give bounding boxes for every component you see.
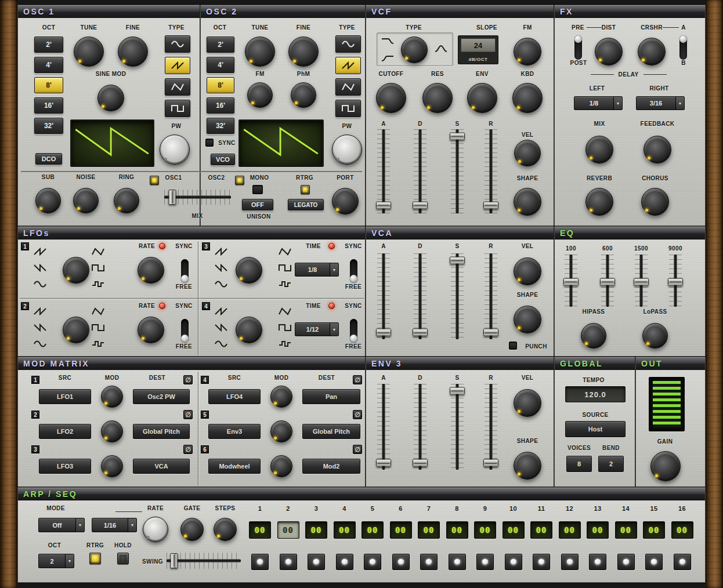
osc2-oct-2-button[interactable]: 2'	[207, 37, 234, 53]
arp-step-button[interactable]	[617, 554, 635, 570]
arp-step-display[interactable]: 00	[671, 521, 693, 539]
slider-handle[interactable]	[168, 190, 176, 205]
arp-step-button[interactable]	[589, 554, 606, 570]
slider-handle[interactable]	[170, 553, 178, 568]
mod-slot-5-bypass-button[interactable]: ∅	[353, 410, 362, 419]
arp-step-button[interactable]	[280, 554, 297, 570]
eq-band-9000-slider[interactable]	[669, 255, 682, 307]
lfo3-sync-free-toggle[interactable]	[350, 259, 357, 282]
vca-sustain-slider[interactable]	[451, 253, 464, 339]
arp-step-button[interactable]	[336, 554, 353, 570]
arp-step-button[interactable]	[505, 554, 522, 570]
lfo2-sync-free-toggle[interactable]	[181, 319, 189, 342]
osc2-pw-knob[interactable]	[332, 135, 362, 165]
arp-step-display[interactable]: 00	[305, 521, 327, 539]
mod-slot-2-source-button[interactable]: LFO2	[39, 424, 91, 439]
osc2-phm-knob[interactable]	[291, 82, 316, 108]
slider-handle[interactable]	[450, 132, 465, 140]
slider-handle[interactable]	[413, 201, 428, 209]
mod-slot-6-bypass-button[interactable]: ∅	[353, 445, 362, 454]
arp-step-button[interactable]	[392, 554, 410, 570]
lfo4-sync-free-toggle[interactable]	[350, 319, 357, 342]
mod-slot-2-bypass-button[interactable]: ∅	[183, 410, 193, 419]
osc2-type-square-button[interactable]	[335, 100, 361, 117]
bend-button[interactable]: 2	[598, 456, 624, 472]
dist-knob[interactable]	[595, 38, 623, 66]
osc2-fm-knob[interactable]	[247, 82, 273, 108]
mod-slot-5-dest-button[interactable]: Global Pitch	[302, 424, 360, 439]
arp-step-display[interactable]: 00	[334, 521, 356, 539]
lopass-knob[interactable]	[642, 323, 668, 349]
filter-type-knob[interactable]	[401, 37, 428, 63]
osc2-oct-16-button[interactable]: 16'	[207, 97, 234, 114]
slider-handle[interactable]	[376, 329, 391, 336]
arp-oct-select[interactable]: 2▼	[38, 554, 74, 568]
swing-slider[interactable]	[167, 553, 241, 569]
mod-slot-1-bypass-button[interactable]: ∅	[183, 375, 193, 384]
lfo1-shape-knob[interactable]	[63, 257, 89, 284]
arp-rate-knob[interactable]	[143, 517, 168, 542]
vca-shape-knob[interactable]	[514, 306, 541, 333]
mod-slot-6-amount-knob[interactable]	[270, 455, 292, 477]
arp-step-button[interactable]	[476, 554, 494, 570]
mod-slot-1-source-button[interactable]: LFO1	[39, 389, 91, 404]
lfo1-sync-free-toggle[interactable]	[181, 259, 189, 282]
osc2-sync-checkbox[interactable]	[205, 139, 214, 147]
osc1-fine-knob[interactable]	[118, 37, 148, 67]
delay-mix-knob[interactable]	[585, 136, 613, 164]
arp-gate-knob[interactable]	[180, 518, 204, 541]
env3-vel-knob[interactable]	[514, 389, 541, 417]
lfo4-shape-knob[interactable]	[236, 317, 262, 343]
unison-off-button[interactable]: OFF	[242, 199, 273, 210]
slider-handle[interactable]	[668, 278, 683, 285]
osc1-dco-button[interactable]: DCO	[35, 153, 62, 165]
chevron-down-icon[interactable]: ▼	[128, 518, 136, 532]
osc2-vco-button[interactable]: VCO	[211, 154, 235, 165]
sub-knob[interactable]	[35, 188, 61, 213]
vcf-release-slider[interactable]	[485, 129, 497, 213]
chevron-down-icon[interactable]: ▼	[613, 97, 622, 110]
chevron-down-icon[interactable]: ▼	[75, 518, 84, 532]
mod-slot-5-amount-knob[interactable]	[270, 420, 292, 442]
mod-slot-3-source-button[interactable]: LFO3	[39, 459, 91, 474]
pre-post-toggle[interactable]	[574, 35, 582, 60]
slope-selector[interactable]: 24 dB/OCT	[458, 35, 498, 64]
osc1-oct-4-button[interactable]: 4'	[34, 57, 63, 73]
rtrg-led-button[interactable]	[301, 185, 310, 194]
mod-slot-4-source-button[interactable]: LFO4	[208, 389, 261, 404]
arp-step-button[interactable]	[449, 554, 466, 570]
arp-mode-select[interactable]: Off▼	[38, 518, 85, 532]
delay-right-select[interactable]: 3/16▼	[636, 96, 685, 110]
res-knob[interactable]	[422, 83, 453, 113]
env3-decay-slider[interactable]	[414, 384, 426, 470]
vca-release-slider[interactable]	[485, 253, 497, 339]
arp-step-display[interactable]: 00	[643, 521, 665, 539]
env3-release-slider[interactable]	[485, 384, 497, 470]
vcf-shape-knob[interactable]	[514, 188, 541, 216]
arp-rtrg-led-button[interactable]	[89, 553, 101, 564]
mod-slot-6-source-button[interactable]: Modwheel	[208, 459, 261, 474]
osc1-type-sine-button[interactable]	[165, 35, 190, 53]
slider-handle[interactable]	[450, 256, 465, 264]
eq-band-100-slider[interactable]	[565, 255, 577, 307]
lfo2-rate-knob[interactable]	[138, 317, 164, 343]
crshr-knob[interactable]	[638, 38, 666, 66]
arp-step-display[interactable]: 00	[474, 521, 496, 539]
osc2-oct-32-button[interactable]: 32'	[207, 118, 234, 134]
mod-slot-2-dest-button[interactable]: Global Pitch	[133, 424, 190, 439]
arp-step-button[interactable]	[674, 554, 691, 570]
vca-attack-slider[interactable]	[377, 253, 390, 339]
port-knob[interactable]	[332, 188, 359, 215]
osc1-pw-knob[interactable]	[160, 135, 190, 165]
slider-handle[interactable]	[634, 278, 649, 285]
slope-value[interactable]: 24	[461, 38, 496, 52]
mod-slot-4-amount-knob[interactable]	[270, 386, 292, 408]
mod-slot-6-dest-button[interactable]: Mod2	[302, 459, 360, 474]
legato-button[interactable]: LEGATO	[288, 199, 324, 210]
lfo3-shape-knob[interactable]	[236, 257, 262, 284]
slider-handle[interactable]	[450, 387, 465, 394]
arp-rate-select[interactable]: 1/16▼	[92, 518, 137, 532]
lfo2-shape-knob[interactable]	[63, 317, 89, 343]
arp-step-display[interactable]: 00	[615, 521, 637, 539]
arp-step-display[interactable]: 00	[249, 521, 271, 539]
